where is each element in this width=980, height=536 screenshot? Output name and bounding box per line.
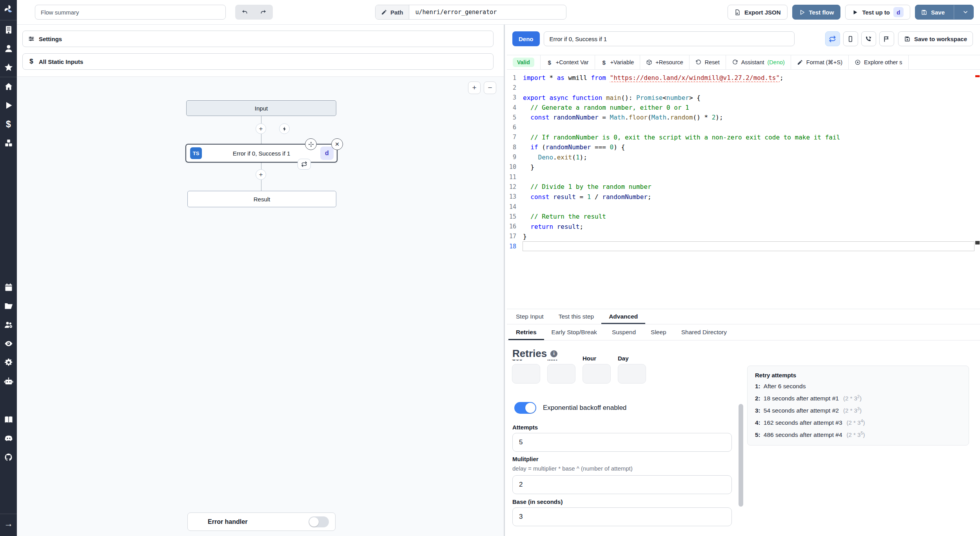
sidebar-item-cubes[interactable]	[0, 134, 17, 152]
code-line-3[interactable]: 3export async function main(): Promise<n…	[507, 93, 980, 103]
code-line-1[interactable]: 1import * as wmill from "https://deno.la…	[507, 73, 980, 83]
exponential-backoff-toggle[interactable]	[514, 402, 536, 414]
sidebar-item-building[interactable]	[0, 20, 17, 39]
code-line-11[interactable]: 11	[507, 172, 980, 182]
toolbar--resource[interactable]: +Resource	[640, 55, 690, 69]
error-handler-toggle[interactable]	[309, 516, 329, 527]
zoom-in-button[interactable]: +	[468, 81, 481, 94]
retry-delay-day-input[interactable]	[618, 364, 646, 384]
result-node[interactable]: Result	[187, 191, 336, 207]
sidebar-item-bot[interactable]	[0, 372, 17, 391]
delete-step-button[interactable]: ×	[331, 138, 343, 150]
sidebar-item-book[interactable]	[0, 410, 17, 429]
mobile-view-button[interactable]	[843, 31, 858, 46]
sidebar-item-user[interactable]	[0, 39, 17, 58]
input-node[interactable]: Input	[186, 100, 336, 116]
retries-scrollbar[interactable]	[739, 404, 743, 507]
tab-advanced[interactable]: Advanced	[601, 309, 645, 324]
sidebar-item-star[interactable]	[0, 58, 17, 77]
code-line-4[interactable]: 4 // Generate a random number, either 0 …	[507, 103, 980, 112]
code-line-17[interactable]: 17}	[507, 232, 980, 241]
tab-step-input[interactable]: Step Input	[508, 309, 551, 324]
toolbar--context-var[interactable]: $+Context Var	[541, 55, 595, 69]
all-static-inputs-bar[interactable]: $ All Static Inputs	[22, 53, 494, 70]
retries-shortcut-button[interactable]	[825, 31, 840, 46]
add-step-button[interactable]: +	[256, 169, 266, 180]
reset-icon	[695, 59, 702, 65]
sidebar-item-calendar[interactable]	[0, 278, 17, 297]
code-editor[interactable]: 1import * as wmill from "https://deno.la…	[507, 70, 980, 309]
flow-settings-bar[interactable]: Settings	[22, 31, 494, 47]
webhook-button[interactable]	[861, 31, 876, 46]
base-input[interactable]	[512, 507, 732, 526]
play-outline-icon	[799, 9, 806, 16]
info-icon[interactable]: i	[550, 350, 557, 357]
flow-graph[interactable]: + − Input + TS Error if 0, Success if 1 …	[17, 76, 504, 536]
save-button[interactable]: Save	[915, 5, 974, 20]
editor-overview-ruler[interactable]	[975, 70, 980, 309]
flow-summary-input[interactable]	[35, 5, 226, 20]
retry-delay-sec-input[interactable]	[512, 364, 540, 384]
user-icon	[4, 44, 13, 53]
code-line-7[interactable]: 7 // If randomNumber is 0, exit the scri…	[507, 132, 980, 142]
code-line-14[interactable]: 14	[507, 202, 980, 212]
subtab-retries[interactable]: Retries	[508, 324, 544, 340]
undo-button[interactable]	[235, 5, 254, 20]
subtab-shared-directory[interactable]: Shared Directory	[674, 324, 734, 340]
save-dropdown-button[interactable]	[958, 5, 973, 19]
code-line-8[interactable]: 8 if (randomNumber === 0) {	[507, 142, 980, 152]
sidebar-item-dollar[interactable]: $	[0, 115, 17, 134]
sidebar-item-users-cog[interactable]	[0, 315, 17, 334]
sidebar-item-settings[interactable]	[0, 353, 17, 372]
code-line-15[interactable]: 15 // Return the result	[507, 212, 980, 221]
toolbar-format-s-[interactable]: Format (⌘+S)	[791, 55, 849, 69]
code-line-5[interactable]: 5 const randomNumber = Math.floor(Math.r…	[507, 112, 980, 122]
attempts-input[interactable]	[512, 433, 732, 452]
sidebar-item-eye[interactable]	[0, 334, 17, 353]
line-content: }	[523, 232, 975, 241]
code-line-13[interactable]: 13 const result = 1 / randomNumber;	[507, 192, 980, 202]
toolbar--variable[interactable]: $+Variable	[595, 55, 641, 69]
test-flow-button[interactable]: Test flow	[792, 5, 841, 20]
sidebar-item-github[interactable]	[0, 448, 17, 467]
panel-resize-handle[interactable]	[504, 25, 505, 536]
error-handler-row[interactable]: Error handler	[187, 512, 336, 531]
toolbar-assistant[interactable]: Assistant (Deno)	[726, 55, 791, 69]
retry-delay-min-input[interactable]	[547, 364, 575, 384]
sidebar-item-arrow-right[interactable]: →	[0, 514, 17, 533]
toolbar-explore-other-s[interactable]: Explore other s	[849, 55, 909, 69]
test-up-to-button[interactable]: Test up to d	[845, 5, 910, 20]
sidebar-item-play[interactable]	[0, 96, 17, 115]
retry-indicator-button[interactable]	[298, 159, 311, 170]
code-line-12[interactable]: 12 // Divide 1 by the random number	[507, 182, 980, 192]
windmill-logo[interactable]	[3, 4, 14, 14]
tab-test-this-step[interactable]: Test this step	[551, 309, 601, 324]
line-number: 3	[507, 94, 523, 101]
multiplier-input[interactable]	[512, 475, 732, 494]
sidebar-item-home[interactable]	[0, 77, 17, 96]
zoom-out-button[interactable]: −	[484, 81, 496, 94]
add-trigger-button[interactable]	[279, 123, 290, 134]
export-json-button[interactable]: Export JSON	[728, 5, 788, 20]
code-line-9[interactable]: 9 Deno.exit(1);	[507, 152, 980, 162]
redo-button[interactable]	[254, 5, 273, 20]
subtab-sleep[interactable]: Sleep	[643, 324, 674, 340]
add-step-button[interactable]: +	[256, 123, 266, 134]
sidebar-item-discord[interactable]	[0, 429, 17, 448]
code-line-6[interactable]: 6	[507, 122, 980, 132]
code-line-10[interactable]: 10 }	[507, 162, 980, 172]
retry-delay-hour-input[interactable]	[583, 364, 611, 384]
move-step-button[interactable]	[305, 138, 317, 150]
code-line-16[interactable]: 16 return result;	[507, 221, 980, 231]
code-line-18[interactable]: 18	[507, 241, 980, 251]
path-field[interactable]: Path u/henri/error_generator	[375, 5, 566, 20]
save-to-workspace-button[interactable]: Save to workspace	[898, 31, 973, 46]
path-value[interactable]: u/henri/error_generator	[409, 5, 566, 19]
toolbar-reset[interactable]: Reset	[690, 55, 726, 69]
code-line-2[interactable]: 2	[507, 83, 980, 92]
subtab-suspend[interactable]: Suspend	[604, 324, 643, 340]
subtab-early-stop-break[interactable]: Early Stop/Break	[544, 324, 604, 340]
flag-button[interactable]	[879, 31, 894, 46]
sidebar-item-folder-open[interactable]	[0, 297, 17, 315]
step-name-input[interactable]	[544, 31, 795, 46]
